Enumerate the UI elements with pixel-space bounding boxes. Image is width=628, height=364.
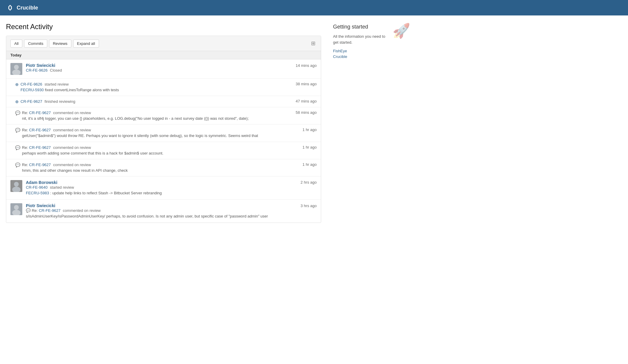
user-name-piotr-1[interactable]: Piotr Swiecicki bbox=[26, 63, 55, 68]
time-ago-sub-1: 38 mins ago bbox=[296, 82, 317, 86]
sub-entry-left: 💬 Re: CR-FE-9627 commented on review per… bbox=[15, 145, 299, 156]
entry-content: Re: CR-FE-9627 commented on review perha… bbox=[22, 145, 299, 156]
sub-entry-finished-9627: ⊕ CR-FE-9627 finished reviewing 47 mins … bbox=[6, 96, 321, 107]
comment-action-line: Re: CR-FE-9627 commented on review bbox=[22, 145, 299, 150]
comment-text-3: perhaps worth adding some comment that t… bbox=[22, 151, 299, 156]
filter-all-button[interactable]: All bbox=[10, 40, 22, 48]
time-ago-piotr-1: 14 mins ago bbox=[296, 63, 317, 68]
time-ago-sub-6: 1 hr ago bbox=[302, 162, 317, 167]
sub-entry-left: 💬 Re: CR-FE-9627 commented on review get… bbox=[15, 127, 299, 138]
entry-header: Piotr Swiecicki 14 mins ago bbox=[26, 63, 317, 68]
review-action-line: CR-FE-9626 started review bbox=[21, 82, 293, 86]
comment-action-line: Re: CR-FE-9627 commented on review bbox=[22, 127, 299, 132]
filter-reviews-button[interactable]: Reviews bbox=[49, 40, 71, 48]
review-line-adam: CR-FE-9640 started review bbox=[26, 185, 317, 190]
re-prefix: Re: bbox=[22, 128, 29, 132]
entry-main-piotr2: Piotr Swiecicki 3 hrs ago 💬 Re: CR-FE-96… bbox=[26, 203, 317, 219]
time-ago-sub-2: 47 mins ago bbox=[296, 99, 317, 103]
comment-icon-3: 💬 bbox=[15, 145, 20, 150]
sub-entry-header: ⊕ CR-FE-9626 started review FECRU-5930 f… bbox=[15, 82, 317, 93]
sub-entry-header: 💬 Re: CR-FE-9627 commented on review per… bbox=[15, 145, 317, 156]
action-text: started review bbox=[45, 82, 69, 86]
time-ago-sub-3: 58 mins ago bbox=[296, 110, 317, 115]
rss-button[interactable]: ⊞ bbox=[310, 39, 317, 48]
filter-bar: All Commits Reviews Expand all ⊞ bbox=[6, 36, 321, 51]
time-ago-adam: 2 hrs ago bbox=[301, 180, 317, 185]
commit-msg: fixed convertLinesToRange alons with tes… bbox=[45, 88, 119, 92]
rss-icon: ⊞ bbox=[311, 40, 315, 46]
content-area: Recent Activity All Commits Reviews Expa… bbox=[6, 23, 321, 223]
review-action-line: CR-FE-9627 finished reviewing bbox=[21, 99, 293, 104]
action-text: finished reviewing bbox=[45, 99, 75, 104]
sidebar-intro: All the information you need to get star… bbox=[333, 34, 389, 45]
comment-icon-4: 💬 bbox=[15, 163, 20, 167]
comment-review-link-4[interactable]: CR-FE-9627 bbox=[29, 163, 51, 167]
entry-header-adam: Adam Borowski 2 hrs ago bbox=[26, 180, 317, 185]
page-title: Recent Activity bbox=[6, 23, 321, 31]
comment-icon-2: 💬 bbox=[15, 128, 20, 133]
time-ago-piotr2: 3 hrs ago bbox=[301, 204, 317, 208]
avatar-piotr-1 bbox=[10, 63, 22, 75]
comment-action-4: commented on review bbox=[53, 163, 91, 167]
section-label: Today bbox=[10, 53, 21, 57]
comment-action-2: commented on review bbox=[53, 128, 91, 132]
sub-entry-comment-58min: 💬 Re: CR-FE-9627 commented on review nit… bbox=[6, 107, 321, 125]
review-link-9626-sub[interactable]: CR-FE-9626 bbox=[21, 82, 42, 86]
review-icon-2: ⊕ bbox=[15, 99, 19, 104]
sub-entry-comment-1hr-1: 💬 Re: CR-FE-9627 commented on review get… bbox=[6, 125, 321, 142]
logo[interactable]: Crucible bbox=[6, 4, 38, 12]
svg-point-5 bbox=[14, 182, 19, 187]
sidebar-link-fisheye[interactable]: FishEye bbox=[333, 49, 389, 53]
main-container: Recent Activity All Commits Reviews Expa… bbox=[0, 15, 416, 230]
comment-review-link-2[interactable]: CR-FE-9627 bbox=[29, 128, 51, 132]
review-status: Closed bbox=[50, 68, 62, 73]
sub-entry-left: 💬 Re: CR-FE-9627 commented on review hmm… bbox=[15, 162, 299, 173]
entry-content: Re: CR-FE-9627 commented on review hmm, … bbox=[22, 162, 299, 173]
comment-review-link-piotr2[interactable]: CR-FE-9627 bbox=[39, 208, 60, 213]
commit-link-fecru5983[interactable]: FECRU-5983 bbox=[26, 191, 49, 195]
entry-content: Re: CR-FE-9627 commented on review getUs… bbox=[22, 127, 299, 138]
commit-link-fecru5930[interactable]: FECRU-5930 bbox=[21, 88, 44, 92]
review-link-cr9640[interactable]: CR-FE-9640 bbox=[26, 185, 48, 190]
comment-text-piotr2: s/isAdminUserKey/isPasswordAdminUserKey/… bbox=[26, 214, 317, 219]
comment-line-piotr2: 💬 Re: CR-FE-9627 commented on review bbox=[26, 208, 317, 213]
review-icon: ⊕ bbox=[15, 82, 19, 87]
sidebar-links: FishEye Crucible bbox=[333, 49, 389, 59]
sidebar-link-crucible[interactable]: Crucible bbox=[333, 54, 389, 59]
sub-entry-comment-1hr-3: 💬 Re: CR-FE-9627 commented on review hmm… bbox=[6, 159, 321, 177]
sub-entry-comment-1hr-2: 💬 Re: CR-FE-9627 commented on review per… bbox=[6, 142, 321, 159]
comment-status-piotr2: commented on review bbox=[63, 208, 101, 213]
sub-entry-header: 💬 Re: CR-FE-9627 commented on review nit… bbox=[15, 110, 317, 121]
commit-line-adam: FECRU-5983 : update help links to reflec… bbox=[26, 190, 317, 196]
sub-entry-header: 💬 Re: CR-FE-9627 commented on review hmm… bbox=[15, 162, 317, 173]
comment-review-link-1[interactable]: CR-FE-9627 bbox=[29, 111, 51, 115]
activity-panel: All Commits Reviews Expand all ⊞ Today bbox=[6, 36, 321, 223]
sub-entry-left: ⊕ CR-FE-9626 started review FECRU-5930 f… bbox=[15, 82, 293, 93]
review-link-9627-finished[interactable]: CR-FE-9627 bbox=[21, 99, 42, 104]
entry-main-adam: Adam Borowski 2 hrs ago CR-FE-9640 start… bbox=[26, 180, 317, 196]
comment-review-link-3[interactable]: CR-FE-9627 bbox=[29, 145, 51, 150]
review-link-cr9626[interactable]: CR-FE-9626 bbox=[26, 68, 48, 73]
commit-line: FECRU-5930 fixed convertLinesToRange alo… bbox=[21, 87, 293, 93]
section-header-today: Today bbox=[6, 51, 321, 59]
entry-header-piotr2: Piotr Swiecicki 3 hrs ago bbox=[26, 203, 317, 208]
review-status-adam: started review bbox=[50, 185, 74, 190]
sidebar-title: Getting started bbox=[333, 24, 389, 30]
user-name-piotr-2[interactable]: Piotr Swiecicki bbox=[26, 203, 55, 208]
sub-entry-started-review-9626: ⊕ CR-FE-9626 started review FECRU-5930 f… bbox=[6, 79, 321, 96]
commit-colon: : bbox=[50, 191, 52, 195]
filter-commits-button[interactable]: Commits bbox=[24, 40, 47, 48]
user-entry-piotr-1: Piotr Swiecicki 14 mins ago CR-FE-9626 C… bbox=[6, 59, 321, 79]
avatar-adam bbox=[10, 180, 22, 192]
entry-content: CR-FE-9626 started review FECRU-5930 fix… bbox=[21, 82, 293, 93]
re-prefix: Re: bbox=[22, 145, 29, 150]
user-name-adam[interactable]: Adam Borowski bbox=[26, 180, 57, 185]
re-prefix: Re: bbox=[22, 163, 29, 167]
user-entry-adam: Adam Borowski 2 hrs ago CR-FE-9640 start… bbox=[6, 177, 321, 200]
comment-action-line: Re: CR-FE-9627 commented on review bbox=[22, 162, 299, 167]
rocket-icon: 🚀 bbox=[392, 23, 410, 39]
expand-all-button[interactable]: Expand all bbox=[73, 40, 99, 48]
re-prefix: Re: bbox=[22, 111, 29, 115]
time-ago-sub-4: 1 hr ago bbox=[302, 127, 317, 132]
entry-content: Re: CR-FE-9627 commented on review nit, … bbox=[22, 110, 293, 121]
